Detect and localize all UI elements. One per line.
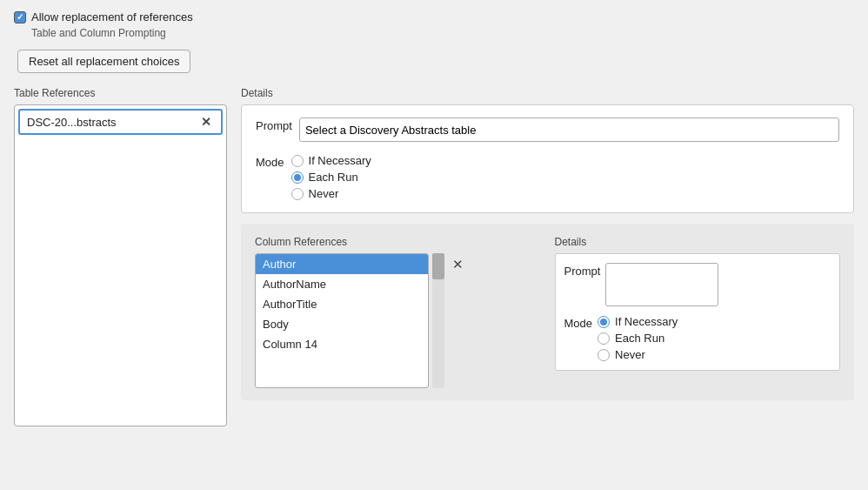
inner-mode-row: Mode If Necessary Each Run [564,315,831,361]
prompt-label: Prompt [256,117,292,132]
inner-mode-each-run-radio[interactable] [598,332,610,345]
column-item-body[interactable]: Body [256,314,428,334]
column-list-scrollbar[interactable] [432,253,444,388]
inner-prompt-row: Prompt [564,263,831,306]
allow-replacement-checkbox[interactable] [14,11,26,23]
mode-never-label: Never [309,187,339,200]
left-panel: Table References DSC-20...bstracts ✕ [14,87,227,453]
details-section: Prompt Mode If Necessary Each Run [241,104,854,213]
main-container: Allow replacement of references Table an… [0,0,868,490]
inner-prompt-input[interactable] [605,263,718,306]
table-item-text: DSC-20...bstracts [27,116,117,129]
prompt-row: Prompt [256,117,839,142]
column-list[interactable]: Author AuthorName AuthorTitle Body [255,253,429,388]
inner-mode-if-necessary-label: If Necessary [615,315,678,328]
inner-mode-if-necessary-radio[interactable] [598,316,610,328]
column-item-column14[interactable]: Column 14 [256,334,428,354]
mode-each-run[interactable]: Each Run [291,171,371,184]
col-refs-label: Column References [255,236,541,248]
mode-row: Mode If Necessary Each Run Never [256,154,839,200]
inner-section: Column References Author AuthorName [241,224,854,400]
details-label: Details [241,87,854,99]
mode-radio-group: If Necessary Each Run Never [291,154,371,200]
inner-mode-never[interactable]: Never [598,348,678,361]
mode-if-necessary-radio[interactable] [291,155,304,167]
subtitle: Table and Column Prompting [31,27,854,39]
table-item-remove-btn[interactable]: ✕ [198,114,214,130]
scrollbar-thumb [432,253,444,279]
table-refs-label: Table References [14,87,227,99]
col-list-row: Author AuthorName AuthorTitle Body [255,253,541,388]
inner-details: Prompt Mode If Necessary [555,253,841,371]
mode-label: Mode [256,154,284,169]
mode-never[interactable]: Never [291,187,371,200]
mode-each-run-label: Each Run [309,171,358,184]
col-details: Details Prompt Mode [555,236,841,388]
inner-details-label: Details [555,236,841,248]
inner-mode-each-run[interactable]: Each Run [598,332,678,345]
table-item[interactable]: DSC-20...bstracts ✕ [18,109,223,135]
mode-never-radio[interactable] [291,188,304,200]
column-item-authortitle[interactable]: AuthorTitle [256,294,428,314]
top-bar: Allow replacement of references [14,10,854,23]
mode-if-necessary-label: If Necessary [309,154,371,167]
mode-if-necessary[interactable]: If Necessary [291,154,371,167]
inner-prompt-label: Prompt [564,263,601,278]
right-panel: Details Prompt Mode If Necessary [241,87,854,453]
allow-replacement-label: Allow replacement of references [31,10,193,23]
mode-each-run-radio[interactable] [291,171,304,184]
column-item-authorname[interactable]: AuthorName [256,274,428,294]
prompt-input[interactable] [299,117,839,142]
table-list[interactable]: DSC-20...bstracts ✕ [14,104,227,426]
col-remove-btn[interactable]: ✕ [448,255,467,274]
inner-mode-never-radio[interactable] [598,349,610,361]
inner-mode-if-necessary[interactable]: If Necessary [598,315,678,328]
reset-button[interactable]: Reset all replacement choices [17,50,190,73]
inner-mode-each-run-label: Each Run [615,332,664,345]
inner-columns: Column References Author AuthorName [255,236,840,388]
two-columns: Table References DSC-20...bstracts ✕ Det… [14,87,854,453]
inner-mode-radio-group: If Necessary Each Run Never [598,315,678,361]
inner-mode-never-label: Never [615,348,645,361]
allow-replacement-checkbox-wrapper[interactable]: Allow replacement of references [14,10,193,23]
inner-mode-label: Mode [564,315,593,330]
col-refs: Column References Author AuthorName [255,236,541,388]
column-item-author[interactable]: Author [256,254,428,274]
